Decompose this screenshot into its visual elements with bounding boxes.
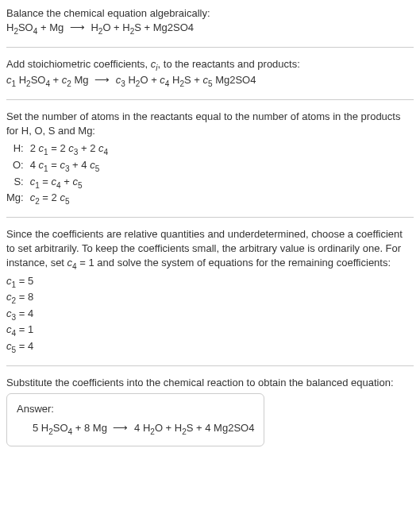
- eq-part: H: [6, 21, 13, 33]
- atoms-label: O:: [6, 158, 30, 175]
- atoms-table: H: 2 c1 = 2 c3 + 2 c4 O: 4 c1 = c3 + 4 c…: [6, 141, 108, 207]
- eq-part: + Mg: [37, 21, 67, 33]
- atoms-text: Set the number of atoms in the reactants…: [6, 110, 414, 138]
- val: = 1: [16, 323, 33, 335]
- section-answer: Substitute the coefficients into the che…: [6, 376, 414, 446]
- eq-part: H: [88, 21, 98, 33]
- coeff-line: c1 = 5: [6, 274, 414, 291]
- divider: [6, 365, 414, 366]
- eq-part: 4: [30, 159, 39, 171]
- text-part: Add stoichiometric coefficients,: [6, 58, 151, 70]
- eq-part: SO: [53, 422, 68, 434]
- solved-coefficients: c1 = 5 c2 = 8 c3 = 4 c4 = 1 c5 = 4: [6, 274, 414, 356]
- eq-part: S + 4 Mg2SO4: [187, 422, 255, 434]
- section-intro: Balance the chemical equation algebraica…: [6, 6, 414, 37]
- atoms-eq: c1 = c4 + c5: [30, 175, 108, 191]
- atoms-row-mg: Mg: c2 = 2 c5: [6, 191, 108, 207]
- eq-part: O + H: [102, 21, 129, 33]
- coeff-text: Add stoichiometric coefficients, ci, to …: [6, 57, 414, 74]
- text-part: , to the reactants and products:: [158, 58, 300, 70]
- eq-part: Mg: [71, 74, 91, 86]
- var-sub: 4: [103, 148, 108, 157]
- eq-part: O +: [140, 74, 160, 86]
- answer-intro: Substitute the coefficients into the che…: [6, 376, 414, 390]
- eq-part: H: [169, 74, 179, 86]
- section-atoms: Set the number of atoms in the reactants…: [6, 110, 414, 207]
- solve-text: Since the coefficients are relative quan…: [6, 227, 414, 272]
- atoms-label: H:: [6, 141, 30, 158]
- eq-part: + 4: [69, 159, 90, 171]
- atoms-label: S:: [6, 175, 30, 191]
- coeff-line: c5 = 4: [6, 339, 414, 356]
- divider: [6, 47, 414, 48]
- atoms-row-h: H: 2 c1 = 2 c3 + 2 c4: [6, 141, 108, 158]
- divider: [6, 217, 414, 218]
- eq-part: + 2: [78, 142, 98, 154]
- answer-label: Answer:: [17, 402, 254, 416]
- arrow-icon: ⟶: [110, 422, 131, 434]
- answer-box: Answer: 5 H2SO4 + 8 Mg ⟶ 4 H2O + H2S + 4…: [6, 393, 264, 446]
- eq-part: S + Mg2SO4: [134, 21, 194, 33]
- eq-part: =: [48, 159, 60, 171]
- val: = 8: [16, 291, 33, 303]
- unbalanced-equation: H2SO4 + Mg ⟶ H2O + H2S + Mg2SO4: [6, 21, 414, 37]
- val: = 5: [16, 275, 33, 287]
- eq-part: O + H: [155, 422, 182, 434]
- atoms-row-o: O: 4 c1 = c3 + 4 c5: [6, 158, 108, 175]
- eq-part: H: [16, 74, 26, 86]
- text-part: = 1 and solve the system of equations fo…: [77, 257, 391, 269]
- eq-part: H: [125, 74, 136, 86]
- atoms-eq: 4 c1 = c3 + 4 c5: [30, 158, 108, 175]
- arrow-icon: ⟶: [67, 21, 88, 33]
- eq-part: +: [61, 176, 73, 187]
- eq-part: = 2: [40, 191, 60, 203]
- balanced-equation: 5 H2SO4 + 8 Mg ⟶ 4 H2O + H2S + 4 Mg2SO4: [17, 421, 254, 438]
- eq-part: 4 H: [131, 422, 150, 434]
- atoms-label: Mg:: [6, 191, 30, 207]
- atoms-eq: c2 = 2 c5: [30, 191, 108, 207]
- eq-part: 2: [30, 142, 39, 154]
- eq-part: SO: [31, 74, 46, 86]
- eq-part: =: [40, 176, 52, 187]
- coeff-line: c3 = 4: [6, 307, 414, 323]
- eq-part: +: [50, 74, 62, 86]
- divider: [6, 99, 414, 100]
- coeff-equation: c1 H2SO4 + c2 Mg ⟶ c3 H2O + c4 H2S + c5 …: [6, 73, 414, 90]
- eq-part: 5 H: [33, 422, 48, 434]
- arrow-icon: ⟶: [91, 74, 113, 86]
- eq-part: SO: [18, 21, 33, 33]
- val: = 4: [16, 307, 33, 319]
- eq-part: Mg2SO4: [213, 74, 256, 86]
- intro-text: Balance the chemical equation algebraica…: [6, 6, 414, 21]
- atoms-row-s: S: c1 = c4 + c5: [6, 175, 108, 191]
- eq-part: S +: [184, 74, 203, 86]
- section-coefficients: Add stoichiometric coefficients, ci, to …: [6, 57, 414, 90]
- atoms-eq: 2 c1 = 2 c3 + 2 c4: [30, 141, 108, 158]
- coeff-line: c4 = 1: [6, 323, 414, 339]
- eq-part: = 2: [48, 142, 69, 154]
- var-sub: 5: [78, 180, 83, 189]
- var-sub: 5: [65, 197, 70, 206]
- var-sub: 5: [95, 164, 100, 173]
- eq-part: + 8 Mg: [72, 422, 110, 434]
- section-solve: Since the coefficients are relative quan…: [6, 227, 414, 356]
- val: = 4: [16, 340, 33, 352]
- coeff-line: c2 = 8: [6, 290, 414, 307]
